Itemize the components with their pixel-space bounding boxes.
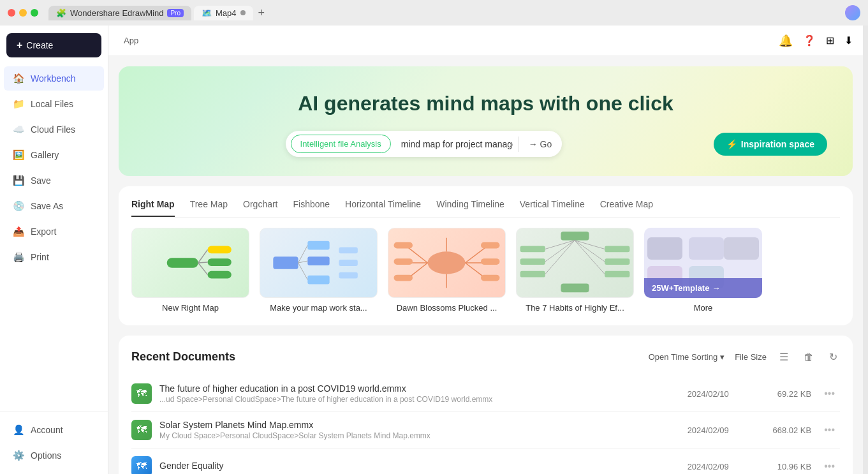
svg-rect-36: [605, 246, 629, 252]
tab-modified-dot: [240, 10, 246, 15]
tab-map4-label: Map4: [216, 8, 237, 18]
sidebar: + Create 🏠 Workbench 📁 Local Files ☁️ Cl…: [0, 26, 108, 474]
svg-rect-39: [561, 283, 589, 292]
titlebar-right: [845, 5, 860, 20]
sidebar-item-options-label: Options: [31, 450, 61, 461]
create-button[interactable]: + Create: [6, 33, 101, 57]
hero-search: Intelligent file Analysis → Go: [286, 131, 563, 157]
scrollbar[interactable]: [863, 26, 868, 474]
inspiration-label: Inspiration space: [741, 139, 814, 149]
svg-rect-13: [339, 272, 357, 279]
svg-rect-48: [724, 237, 759, 260]
doc-path-0: ...ud Space>Personal CloudSpace>The futu…: [159, 395, 668, 404]
doc-menu-2[interactable]: •••: [819, 458, 840, 474]
template-name-more: More: [644, 303, 762, 313]
tab-creative-map[interactable]: Creative Map: [600, 199, 653, 217]
doc-menu-1[interactable]: •••: [819, 422, 840, 438]
template-card-dawn-blossoms[interactable]: Dawn Blossoms Plucked ...: [388, 228, 506, 313]
file-size-label: File Size: [735, 352, 767, 362]
sidebar-item-options[interactable]: ⚙️ Options: [4, 443, 104, 468]
svg-rect-30: [481, 258, 499, 265]
template-cards: New Right Map: [131, 228, 840, 313]
analysis-badge[interactable]: Intelligent file Analysis: [291, 135, 391, 153]
sidebar-item-save[interactable]: 💾 Save: [4, 168, 104, 193]
sidebar-item-gallery[interactable]: 🖼️ Gallery: [4, 143, 104, 167]
svg-rect-28: [394, 275, 413, 281]
more-badge: 25W+Template →: [644, 278, 762, 298]
grid-icon[interactable]: ⊞: [826, 34, 834, 47]
go-button[interactable]: → Go: [519, 134, 563, 154]
maximize-button[interactable]: [31, 9, 38, 17]
sidebar-item-export[interactable]: 📤 Export: [4, 219, 104, 244]
sidebar-item-workbench-label: Workbench: [31, 73, 76, 84]
doc-size-0: 69.22 KB: [747, 389, 811, 399]
download-icon[interactable]: ⬇: [844, 34, 853, 47]
template-card-make-map-work[interactable]: Make your map work sta...: [260, 228, 378, 313]
tab-fishbone[interactable]: Fishbone: [293, 199, 330, 217]
gallery-icon: 🖼️: [13, 149, 24, 161]
template-thumb-more: 25W+Template →: [644, 228, 762, 298]
svg-rect-9: [307, 256, 329, 265]
tab-orgchart[interactable]: Orgchart: [243, 199, 277, 217]
tab-edrawmind[interactable]: 🧩 Wondershare EdrawMind Pro: [48, 6, 191, 20]
svg-line-6: [198, 263, 208, 275]
minimize-button[interactable]: [19, 9, 27, 17]
doc-name-1: Solar System Planets Mind Map.emmx: [159, 420, 668, 430]
tab-vertical-timeline[interactable]: Vertical Timeline: [520, 199, 585, 217]
tab-map4[interactable]: 🗺️ Map4: [194, 6, 253, 20]
tab-right-map[interactable]: Right Map: [131, 199, 175, 217]
tab-horizontal-timeline[interactable]: Horizontal Timeline: [345, 199, 421, 217]
add-tab-button[interactable]: +: [258, 6, 265, 20]
template-name-make-map-work: Make your map work sta...: [260, 303, 378, 313]
recent-header: Recent Documents Open Time Sorting ▾ Fil…: [131, 348, 840, 366]
create-label: Create: [26, 40, 53, 50]
user-avatar[interactable]: [845, 5, 860, 20]
tab-creative-map-label: Creative Map: [600, 199, 653, 209]
habits-preview: [517, 228, 633, 297]
tab-tree-map[interactable]: Tree Map: [190, 199, 228, 217]
doc-row-0[interactable]: 🗺 The future of higher education in a po…: [131, 376, 840, 412]
svg-rect-34: [520, 258, 545, 265]
sidebar-item-save-as-label: Save As: [31, 201, 63, 211]
doc-row-1[interactable]: 🗺 Solar System Planets Mind Map.emmx My …: [131, 412, 840, 448]
svg-rect-11: [339, 247, 357, 253]
template-thumb-new-right-map: [131, 228, 249, 298]
svg-rect-35: [520, 271, 545, 278]
template-name-new-right-map: New Right Map: [131, 303, 249, 313]
sidebar-item-cloud-files[interactable]: ☁️ Cloud Files: [4, 117, 104, 142]
template-tabs: Right Map Tree Map Orgchart Fishbone Hor…: [131, 199, 840, 218]
sidebar-item-account[interactable]: 👤 Account: [4, 418, 104, 442]
doc-menu-0[interactable]: •••: [819, 385, 840, 402]
template-card-more[interactable]: 25W+Template → More: [644, 228, 762, 313]
help-icon[interactable]: ❓: [803, 34, 816, 47]
search-row: Intelligent file Analysis → Go ⚡ Inspira…: [144, 131, 827, 157]
tab-vertical-timeline-label: Vertical Timeline: [520, 199, 585, 209]
pro-badge: Pro: [167, 9, 184, 17]
delete-button[interactable]: 🗑: [801, 349, 816, 366]
sidebar-item-save-as[interactable]: 💿 Save As: [4, 194, 104, 218]
sidebar-item-local-files-label: Local Files: [31, 99, 73, 109]
sidebar-item-print[interactable]: 🖨️ Print: [4, 245, 104, 269]
plus-icon: +: [17, 40, 22, 51]
close-button[interactable]: [8, 9, 15, 17]
svg-rect-8: [307, 241, 329, 250]
sort-button[interactable]: Open Time Sorting ▾: [649, 352, 725, 362]
list-view-button[interactable]: ☰: [777, 348, 791, 366]
app-body: + Create 🏠 Workbench 📁 Local Files ☁️ Cl…: [0, 26, 868, 474]
sidebar-item-cloud-files-label: Cloud Files: [31, 124, 75, 135]
bell-icon[interactable]: 🔔: [779, 34, 793, 48]
app-button[interactable]: App: [119, 33, 143, 48]
sidebar-item-workbench[interactable]: 🏠 Workbench: [4, 66, 104, 91]
refresh-button[interactable]: ↻: [827, 348, 840, 366]
template-card-habits[interactable]: The 7 Habits of Highly Ef...: [516, 228, 634, 313]
topbar: App 🔔 ❓ ⊞ ⬇: [108, 26, 863, 56]
template-section: Right Map Tree Map Orgchart Fishbone Hor…: [119, 186, 853, 325]
workbench-icon: 🏠: [13, 73, 24, 84]
sidebar-item-local-files[interactable]: 📁 Local Files: [4, 92, 104, 116]
search-input[interactable]: [396, 133, 518, 156]
doc-row-2[interactable]: 🗺 Gender Equality 2024/02/09 10.96 KB ••…: [131, 448, 840, 474]
inspiration-button[interactable]: ⚡ Inspiration space: [714, 133, 827, 156]
template-card-new-right-map[interactable]: New Right Map: [131, 228, 249, 313]
cloud-files-icon: ☁️: [13, 124, 24, 135]
tab-winding-timeline[interactable]: Winding Timeline: [436, 199, 504, 217]
